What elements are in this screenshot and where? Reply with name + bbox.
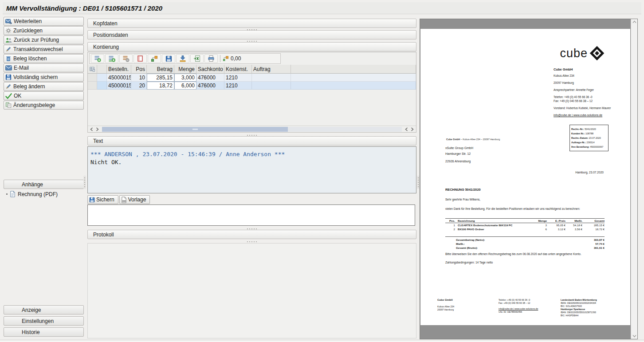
sidebar-item-vollstaendig-sichern[interactable]: Vollständig sichern [4, 73, 84, 82]
cell-kostenst[interactable]: 1210 [224, 82, 252, 90]
delete-row-button[interactable] [119, 54, 133, 63]
header-cell[interactable] [291, 65, 416, 74]
panel-header-positionsdaten[interactable]: Positionsdaten [87, 30, 416, 39]
print-button[interactable] [204, 54, 218, 63]
header-cell-bestelln[interactable]: Bestelln. [107, 65, 131, 74]
info-label: Ihre Bestellung: [571, 145, 589, 148]
cell-empty[interactable] [291, 82, 416, 90]
sidebar-item-weiterleiten[interactable]: Weiterleiten [4, 17, 84, 26]
section-einstellungen[interactable]: Einstellungen [4, 316, 84, 326]
cell-pos[interactable]: 20 [131, 82, 147, 90]
scroll-left-button[interactable] [404, 127, 409, 132]
section-label: Anzeige [22, 307, 41, 313]
select-all-cell[interactable] [88, 65, 97, 74]
sidebar-item-aenderungsbelege[interactable]: Änderungsbelege [4, 101, 84, 110]
header-cell[interactable] [97, 65, 107, 74]
cell-sachkonto[interactable]: 476000 [196, 82, 224, 90]
table-row[interactable]: 4500001553 10 285,15 3,000 476000 1210 [88, 74, 416, 82]
scroll-down-button[interactable] [632, 334, 636, 338]
vorlage-button[interactable]: Vorlage [119, 195, 150, 204]
footer-fax: Fax: +49 (0) 040 55 66 38 – 12 [499, 302, 561, 305]
sichern-button[interactable]: Sichern [87, 195, 118, 204]
pdf-vertical-scrollbar[interactable] [631, 19, 637, 339]
cell-sachkonto[interactable]: 476000 [196, 74, 224, 82]
table-row[interactable]: 4500001553 20 18,72 6,000 476000 1210 [88, 82, 416, 90]
scroll-left-button[interactable] [89, 127, 94, 132]
sidebar-item-beleg-aendern[interactable]: Beleg ändern [4, 82, 84, 91]
recipient-line: xSuite Group GmbH [445, 145, 473, 151]
scroll-up-button[interactable] [632, 20, 636, 24]
change-documents-icon [5, 102, 12, 108]
thumb-grip [192, 129, 198, 130]
scroll-right-button[interactable] [409, 127, 415, 132]
sidebar-item-transaktionswechsel[interactable]: Transaktionswechsel [4, 45, 84, 54]
header-cell-menge[interactable]: Menge [174, 65, 196, 74]
cell-bestelln[interactable]: 4500001553 [107, 82, 131, 90]
total-value: 57,74 € [595, 242, 605, 246]
note-input[interactable] [87, 204, 415, 226]
cell-empty[interactable] [291, 74, 416, 82]
footer-bank-iban: IBAN: DE02600501010002034304 [561, 302, 621, 305]
excel-export-button[interactable] [190, 54, 204, 63]
sidebar-item-beleg-loeschen[interactable]: Beleg löschen [4, 54, 84, 63]
attachment-item-rechnung-pdf[interactable]: Rechnung (PDF) [6, 191, 58, 197]
import-button[interactable] [176, 54, 189, 63]
total-label: Gesamt (Brutto): [445, 246, 478, 250]
letterhead-phone: Telefon: +49 (0) 40 55 66 36 -0 [554, 95, 620, 99]
cell-auftrag[interactable] [252, 74, 291, 82]
header-cell-sachkonto[interactable]: Sachkonto [196, 65, 224, 74]
footer-company-street: Kubus-Allee 234 [437, 305, 499, 308]
letterhead-street: Kubus-Allee 234 [554, 74, 620, 78]
header-cell-kostenst[interactable]: Kostenst. [224, 65, 252, 74]
panel-header-kontierung[interactable]: Kontierung [87, 42, 416, 51]
cell-menge-input[interactable]: 6,000 [174, 82, 196, 90]
footer-company-name: Cube GmbH [437, 299, 499, 302]
splitter-handle[interactable] [83, 176, 86, 189]
section-historie[interactable]: Historie [4, 327, 84, 337]
horizontal-scrollbar[interactable] [88, 126, 416, 132]
pdf-intro-line: vielen Dank für Ihre Bestellung. Für die… [445, 207, 580, 210]
header-cell-betrag[interactable]: Betrag [147, 65, 174, 74]
pdf-totals: Gesamtbetrag (Netto):303,87 € MwSt.:57,7… [445, 236, 605, 250]
column-select-button[interactable] [134, 54, 147, 63]
cell-pos[interactable]: 10 [131, 74, 147, 82]
panel-title: Kopfdaten [93, 20, 118, 27]
document-icon [10, 191, 16, 197]
pdf-items-table: Pos. Bezeichnung Menge E.-Preis MwSt. Ge… [445, 218, 605, 231]
sidebar-item-zurueck-zur-pruefung[interactable]: Zurück zur Prüfung [4, 35, 84, 44]
row-status-cell[interactable] [97, 74, 107, 82]
cell-betrag-input[interactable]: 18,72 [147, 82, 174, 90]
cell-betrag-input[interactable]: 285,15 [147, 74, 174, 82]
add-row-button[interactable] [91, 54, 104, 63]
scrollbar-track[interactable] [102, 127, 402, 132]
protokoll-content-area [87, 243, 416, 338]
row-status-cell[interactable] [97, 82, 107, 90]
button-label: Vorlage [128, 197, 146, 203]
account-assign-button[interactable] [148, 54, 161, 63]
cell-menge-input[interactable]: 3,000 [174, 74, 196, 82]
splitter-handle[interactable] [247, 240, 257, 243]
row-selector-cell[interactable] [88, 82, 97, 90]
panel-header-text[interactable]: Text [87, 136, 416, 145]
sidebar-item-ok[interactable]: OK [4, 91, 84, 100]
sidebar-item-zuruecklegen[interactable]: Zurücklegen [4, 26, 84, 35]
section-anzeige[interactable]: Anzeige [4, 305, 84, 314]
insert-row-button[interactable] [105, 54, 118, 63]
scrollbar-thumb[interactable] [102, 127, 288, 132]
panel-header-kopfdaten[interactable]: Kopfdaten [87, 19, 416, 28]
items-header-pos: Pos. [445, 219, 455, 223]
sidebar-item-email[interactable]: E-Mail [4, 63, 84, 72]
header-cell-pos[interactable]: Pos [131, 65, 147, 74]
header-cell-auftrag[interactable]: Auftrag [252, 65, 291, 74]
attachments-section-header[interactable]: Anhänge [4, 180, 84, 189]
cell-kostenst[interactable]: 1210 [224, 74, 252, 82]
panel-header-protokoll[interactable]: Protokoll [87, 230, 416, 239]
footer-company-city: 20097 Hamburg [437, 308, 499, 311]
scroll-right-button[interactable] [94, 127, 100, 132]
print-icon [208, 55, 215, 62]
cell-bestelln[interactable]: 4500001553 [107, 74, 131, 82]
info-label: Kunden Nr.: [571, 132, 585, 135]
cell-auftrag[interactable] [252, 82, 291, 90]
row-selector-cell[interactable] [88, 74, 97, 82]
save-grid-button[interactable] [162, 54, 175, 63]
